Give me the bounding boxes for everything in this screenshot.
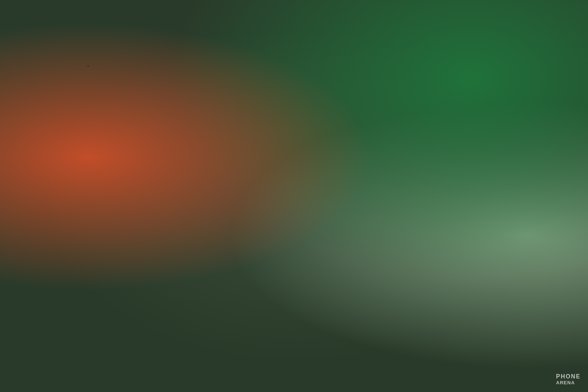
watermark: PHONE ARENA: [556, 373, 581, 385]
watermark-line1: PHONE: [556, 373, 581, 380]
background: [0, 0, 588, 392]
watermark-line2: ARENA: [556, 380, 581, 385]
